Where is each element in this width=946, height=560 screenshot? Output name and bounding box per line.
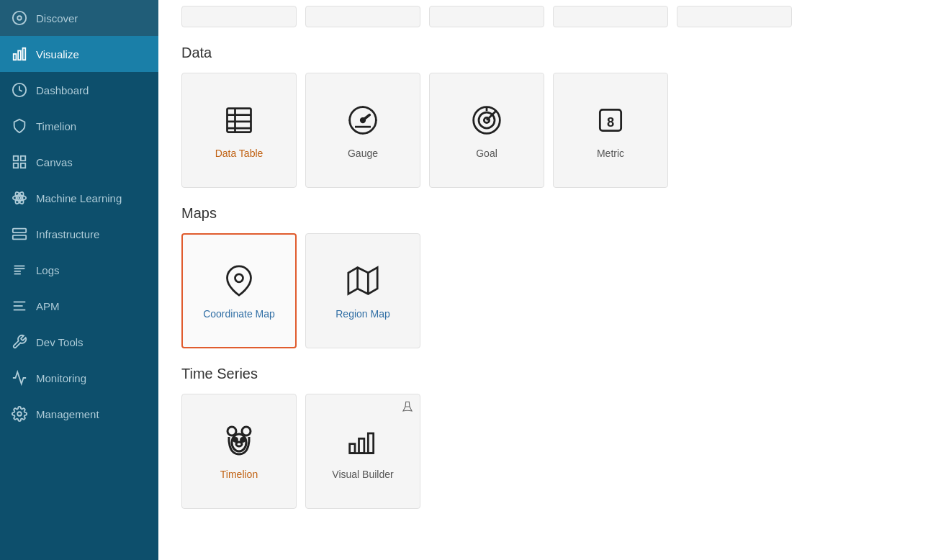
partial-card-4 [553, 6, 668, 27]
section-title-time-series: Time Series [181, 366, 923, 382]
svg-rect-2 [14, 54, 17, 60]
sidebar-item-label: Infrastructure [36, 228, 99, 240]
sidebar: Discover Visualize Dashboard Timelion Ca… [0, 0, 158, 560]
partial-card-1 [181, 6, 297, 27]
main-content: Data Data Table Gauge [158, 0, 946, 560]
card-label-visual-builder: Visual Builder [332, 469, 393, 480]
section-maps: Maps Coordinate Map Region Map [181, 205, 923, 348]
card-coordinate-map[interactable]: Coordinate Map [181, 233, 297, 348]
sidebar-item-label: APM [36, 300, 60, 312]
server-icon [12, 226, 27, 242]
svg-rect-53 [368, 433, 373, 453]
sidebar-item-dev-tools[interactable]: Dev Tools [0, 324, 158, 360]
sidebar-item-label: Logs [36, 264, 60, 276]
card-label-region-map: Region Map [335, 308, 390, 320]
sidebar-item-logs[interactable]: Logs [0, 252, 158, 288]
sidebar-item-label: Visualize [36, 48, 79, 60]
cards-grid-data: Data Table Gauge Goal 8 [181, 73, 923, 188]
svg-point-46 [242, 427, 251, 435]
svg-point-50 [236, 442, 242, 446]
grid-icon [12, 154, 27, 170]
card-label-coordinate-map: Coordinate Map [203, 308, 275, 320]
svg-text:8: 8 [607, 114, 614, 130]
svg-point-48 [234, 438, 238, 442]
svg-rect-8 [14, 163, 18, 168]
partial-card-3 [429, 6, 544, 27]
svg-rect-52 [359, 438, 364, 453]
svg-marker-42 [348, 268, 377, 294]
svg-point-25 [17, 412, 22, 416]
experiment-badge [401, 400, 414, 416]
heartbeat-icon [12, 370, 27, 386]
sidebar-item-machine-learning[interactable]: Machine Learning [0, 180, 158, 216]
wrench-icon [12, 334, 27, 350]
card-data-table[interactable]: Data Table [181, 73, 297, 188]
sidebar-item-management[interactable]: Management [0, 396, 158, 432]
card-label-gauge: Gauge [348, 148, 378, 159]
card-visual-builder[interactable]: Visual Builder [305, 394, 420, 509]
sidebar-item-label: Machine Learning [36, 192, 122, 204]
svg-rect-15 [13, 235, 26, 240]
section-title-maps: Maps [181, 205, 923, 222]
section-title-data: Data [181, 45, 923, 61]
sidebar-item-label: Monitoring [36, 372, 86, 384]
card-timelion-card[interactable]: Timelion [181, 394, 297, 509]
svg-point-10 [18, 197, 21, 199]
sidebar-item-label: Canvas [36, 156, 73, 168]
cards-grid-maps: Coordinate Map Region Map [181, 233, 923, 348]
svg-rect-14 [13, 229, 26, 233]
lines-icon [12, 298, 27, 314]
card-label-goal: Goal [476, 148, 497, 159]
sidebar-item-label: Dev Tools [36, 336, 84, 348]
sidebar-item-visualize[interactable]: Visualize [0, 36, 158, 72]
svg-rect-9 [21, 163, 25, 168]
card-label-metric: Metric [597, 148, 624, 159]
svg-rect-4 [23, 48, 26, 60]
map-card-icon [344, 262, 382, 299]
list-log-icon [12, 262, 27, 278]
card-goal[interactable]: Goal [429, 73, 544, 188]
sidebar-item-label: Timelion [36, 120, 76, 132]
shield-icon [12, 118, 27, 134]
svg-point-41 [235, 274, 243, 282]
card-label-timelion-card: Timelion [220, 469, 258, 480]
circle-clock-icon [12, 82, 27, 98]
sidebar-item-infrastructure[interactable]: Infrastructure [0, 216, 158, 252]
card-metric[interactable]: 8 Metric [553, 73, 668, 188]
table-card-icon [220, 101, 258, 139]
section-data: Data Data Table Gauge [181, 45, 923, 188]
card-label-data-table: Data Table [215, 148, 263, 159]
card-region-map[interactable]: Region Map [305, 233, 420, 348]
sidebar-item-label: Discover [36, 12, 78, 24]
bear-card-icon [220, 423, 258, 460]
sidebar-item-label: Management [36, 408, 99, 420]
sidebar-item-monitoring[interactable]: Monitoring [0, 360, 158, 396]
gauge-card-icon [344, 101, 382, 139]
sidebar-item-apm[interactable]: APM [0, 288, 158, 324]
svg-rect-7 [21, 156, 25, 161]
atom-icon [12, 190, 27, 206]
svg-point-45 [228, 427, 236, 435]
svg-point-32 [361, 118, 365, 122]
sidebar-item-timelion[interactable]: Timelion [0, 108, 158, 144]
svg-rect-6 [14, 156, 18, 161]
pin-card-icon [220, 262, 258, 299]
goal-card-icon [468, 101, 505, 139]
svg-rect-3 [18, 50, 21, 60]
section-time-series: Time Series Timelion [181, 366, 923, 509]
sidebar-item-discover[interactable]: Discover [0, 0, 158, 36]
visual-builder-card-icon [344, 423, 382, 460]
svg-point-0 [13, 12, 26, 24]
sidebar-item-canvas[interactable]: Canvas [0, 144, 158, 180]
bar-chart-icon [12, 46, 27, 62]
metric-card-icon: 8 [592, 101, 629, 139]
compass-icon [12, 10, 27, 26]
svg-point-1 [17, 16, 22, 20]
sidebar-item-dashboard[interactable]: Dashboard [0, 72, 158, 108]
cards-grid-time-series: Timelion Visual Builder [181, 394, 923, 509]
card-gauge[interactable]: Gauge [305, 73, 420, 188]
sidebar-item-label: Dashboard [36, 84, 89, 96]
svg-point-49 [241, 438, 245, 442]
partial-card-5 [677, 6, 792, 27]
svg-rect-51 [350, 444, 355, 453]
